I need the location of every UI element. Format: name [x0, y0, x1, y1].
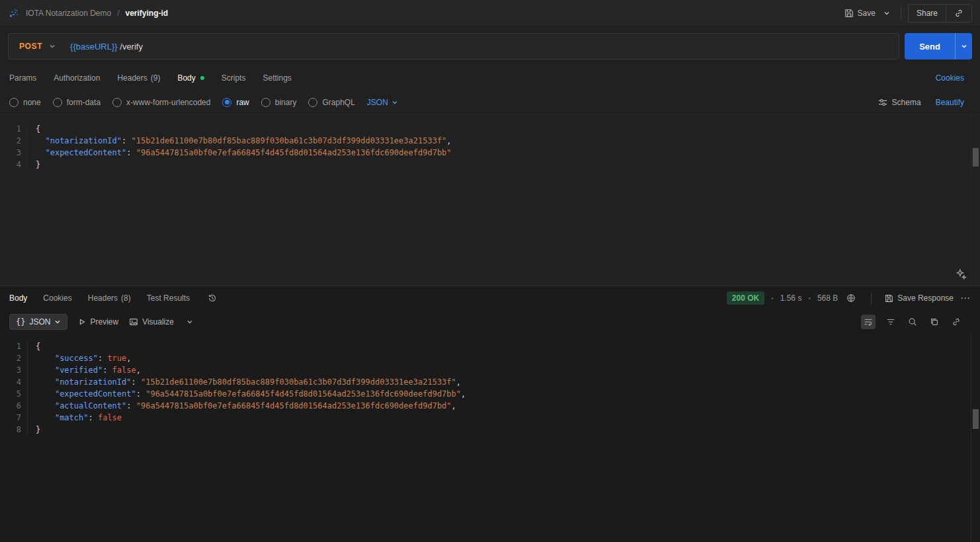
- share-button[interactable]: Share: [909, 5, 946, 22]
- response-size[interactable]: 568 B: [817, 293, 838, 303]
- chevron-down-icon: [49, 43, 56, 50]
- language-select[interactable]: JSON: [367, 98, 398, 107]
- line-content[interactable]: "match": false: [28, 412, 122, 424]
- search-icon[interactable]: [906, 315, 919, 329]
- line-content[interactable]: {: [28, 123, 40, 135]
- line-content[interactable]: "notarizationId": "15b21de61100e7b80df85…: [28, 135, 452, 147]
- response-time[interactable]: 1.56 s: [780, 293, 802, 303]
- resp-tab-cookies[interactable]: Cookies: [43, 293, 71, 303]
- response-tabs: Body Cookies Headers (8) Test Results 20…: [0, 286, 980, 310]
- scrollbar-thumb[interactable]: [973, 148, 979, 167]
- resp-tab-headers[interactable]: Headers (8): [88, 293, 131, 303]
- visualize-button[interactable]: Visualize: [129, 317, 174, 327]
- link-icon: [954, 9, 963, 18]
- line-content[interactable]: {: [28, 340, 40, 352]
- status-badge[interactable]: 200 OK: [727, 291, 764, 305]
- line-content[interactable]: "verified": false,: [28, 364, 141, 376]
- line-number: 2: [0, 352, 28, 364]
- radio-icon: [53, 98, 62, 107]
- line-content[interactable]: "expectedContent": "96a5447815a0bf0e7efa…: [28, 388, 466, 400]
- body-type-none[interactable]: none: [9, 98, 41, 107]
- code-line[interactable]: 1{: [0, 340, 980, 352]
- more-options-icon[interactable]: ⋯: [960, 292, 971, 304]
- postbot-button[interactable]: [955, 268, 967, 280]
- save-options-chevron-icon[interactable]: [879, 7, 894, 19]
- body-type-binary[interactable]: binary: [261, 98, 297, 107]
- url-variable: {{baseURL}}: [70, 42, 118, 52]
- line-content[interactable]: "success": true,: [28, 352, 132, 364]
- tab-params[interactable]: Params: [9, 73, 36, 83]
- body-type-x-www-form-urlencoded[interactable]: x-www-form-urlencoded: [112, 98, 210, 107]
- save-response-button[interactable]: Save Response: [885, 293, 954, 303]
- code-line[interactable]: 2 "success": true,: [0, 352, 980, 364]
- response-body-editor[interactable]: 1{2 "success": true,3 "verified": false,…: [0, 334, 980, 542]
- line-content[interactable]: "actualContent": "96a5447815a0bf0e7efa66…: [28, 400, 456, 412]
- line-content[interactable]: }: [28, 159, 40, 171]
- line-number: 3: [0, 364, 28, 376]
- send-button[interactable]: Send: [905, 33, 955, 59]
- code-line[interactable]: 4}: [0, 159, 980, 171]
- breadcrumb-request-name[interactable]: verifying-id: [126, 9, 169, 18]
- code-line[interactable]: 3 "verified": false,: [0, 364, 980, 376]
- line-content[interactable]: "expectedContent": "96a5447815a0bf0e7efa…: [28, 147, 452, 159]
- request-code[interactable]: 1{2 "notarizationId": "15b21de61100e7b80…: [0, 123, 980, 171]
- request-body-editor[interactable]: 1{2 "notarizationId": "15b21de61100e7b80…: [0, 115, 980, 286]
- tab-body[interactable]: Body: [177, 73, 204, 83]
- url-input[interactable]: {{baseURL}} /verify: [65, 42, 143, 52]
- topbar-divider: [901, 7, 901, 19]
- scrollbar-thumb[interactable]: [973, 409, 979, 429]
- visualize-options-chevron-icon[interactable]: [184, 317, 195, 327]
- response-editor-scrollbar[interactable]: [971, 334, 980, 542]
- save-label: Save: [858, 9, 876, 18]
- schema-button[interactable]: Schema: [878, 98, 921, 107]
- send-options-chevron-icon[interactable]: [955, 33, 972, 59]
- meta-divider: [871, 292, 872, 304]
- breadcrumb-workspace[interactable]: IOTA Notarization Demo: [26, 9, 111, 18]
- copy-link-button[interactable]: [946, 5, 971, 22]
- cookies-link[interactable]: Cookies: [936, 73, 964, 83]
- tab-settings[interactable]: Settings: [263, 73, 291, 83]
- wrap-text-icon[interactable]: [861, 315, 876, 329]
- body-type-raw[interactable]: raw: [222, 98, 249, 107]
- iota-logo-icon[interactable]: [8, 7, 20, 19]
- code-line[interactable]: 5 "expectedContent": "96a5447815a0bf0e7e…: [0, 388, 980, 400]
- tab-headers[interactable]: Headers (9): [117, 73, 160, 83]
- body-type-graphql[interactable]: GraphQL: [308, 98, 354, 107]
- tab-authorization[interactable]: Authorization: [54, 73, 100, 83]
- link-icon[interactable]: [950, 315, 963, 329]
- body-type-form-data[interactable]: form-data: [53, 98, 101, 107]
- code-line[interactable]: 8}: [0, 424, 980, 436]
- send-group: Send: [905, 33, 972, 59]
- code-line[interactable]: 3 "expectedContent": "96a5447815a0bf0e7e…: [0, 147, 980, 159]
- line-number: 1: [0, 123, 28, 135]
- resp-tab-test-results[interactable]: Test Results: [147, 293, 190, 303]
- line-number: 7: [0, 412, 28, 424]
- line-content[interactable]: }: [28, 424, 40, 436]
- save-button[interactable]: Save: [840, 6, 879, 20]
- copy-icon[interactable]: [928, 315, 941, 329]
- beautify-button[interactable]: Beautify: [936, 98, 964, 107]
- chevron-down-icon: [54, 319, 61, 325]
- code-line[interactable]: 4 "notarizationId": "15b21de61100e7b80df…: [0, 376, 980, 388]
- history-icon[interactable]: [206, 291, 219, 305]
- line-number: 4: [0, 159, 28, 171]
- filter-icon[interactable]: [884, 315, 897, 329]
- tab-scripts[interactable]: Scripts: [222, 73, 246, 83]
- code-line[interactable]: 2 "notarizationId": "15b21de61100e7b80df…: [0, 135, 980, 147]
- tab-headers-label: Headers: [117, 73, 147, 83]
- save-icon: [844, 9, 854, 18]
- code-line[interactable]: 7 "match": false: [0, 412, 980, 424]
- method-select[interactable]: POST: [9, 34, 65, 59]
- body-type-row: none form-data x-www-form-urlencoded raw…: [0, 90, 980, 115]
- response-code[interactable]: 1{2 "success": true,3 "verified": false,…: [0, 340, 980, 436]
- line-content[interactable]: "notarizationId": "15b21de61100e7b80df85…: [28, 376, 461, 388]
- code-line[interactable]: 1{: [0, 123, 980, 135]
- tab-headers-count: (9): [151, 73, 161, 83]
- request-editor-scrollbar[interactable]: [971, 115, 980, 286]
- response-format-select[interactable]: {} JSON: [9, 314, 67, 330]
- resp-tab-body[interactable]: Body: [9, 293, 27, 303]
- network-globe-icon[interactable]: [844, 291, 858, 305]
- topbar: IOTA Notarization Demo / verifying-id Sa…: [0, 0, 980, 26]
- code-line[interactable]: 6 "actualContent": "96a5447815a0bf0e7efa…: [0, 400, 980, 412]
- preview-button[interactable]: Preview: [78, 317, 118, 327]
